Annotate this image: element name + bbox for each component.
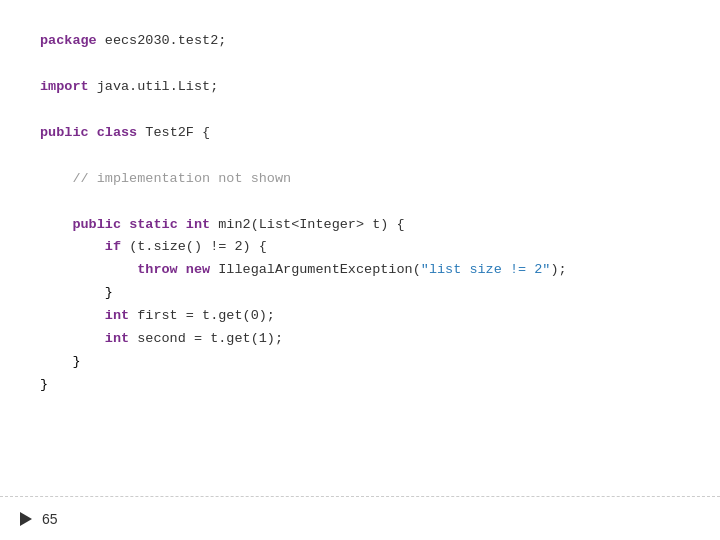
code-line: // implementation not shown [40, 168, 680, 191]
code-line: throw new IllegalArgumentException("list… [40, 259, 680, 282]
code-line: int first = t.get(0); [40, 305, 680, 328]
code-line [40, 191, 680, 214]
code-line: } [40, 374, 680, 397]
code-line: public class Test2F { [40, 122, 680, 145]
code-line [40, 99, 680, 122]
page-number: 65 [42, 511, 58, 527]
code-line: } [40, 351, 680, 374]
code-area: package eecs2030.test2; import java.util… [0, 0, 720, 496]
code-line: if (t.size() != 2) { [40, 236, 680, 259]
code-line: int second = t.get(1); [40, 328, 680, 351]
code-line: public static int min2(List<Integer> t) … [40, 214, 680, 237]
code-line: } [40, 282, 680, 305]
code-line: package eecs2030.test2; [40, 30, 680, 53]
code-line: import java.util.List; [40, 76, 680, 99]
code-line [40, 53, 680, 76]
slide: package eecs2030.test2; import java.util… [0, 0, 720, 540]
slide-footer: 65 [0, 496, 720, 540]
code-line [40, 145, 680, 168]
play-icon [20, 512, 32, 526]
